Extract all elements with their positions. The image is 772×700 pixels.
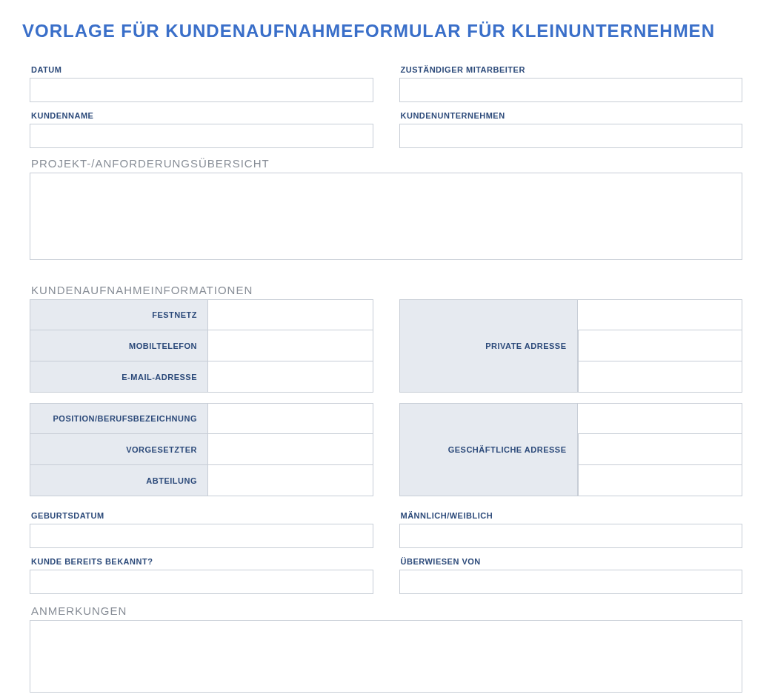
referred-input[interactable] bbox=[399, 570, 743, 594]
home-address-label: PRIVATE ADRESSE bbox=[399, 299, 578, 393]
row-clientname-company: KUNDENNAME KUNDENUNTERNEHMEN bbox=[30, 107, 742, 148]
returning-label: KUNDE BEREITS BEKANNT? bbox=[30, 553, 373, 570]
date-label: DATUM bbox=[30, 61, 373, 78]
referred-label: ÜBERWIESEN VON bbox=[399, 553, 743, 570]
business-address-line3-input[interactable] bbox=[579, 465, 742, 496]
table-row: GESCHÄFTLICHE ADRESSE bbox=[399, 403, 743, 434]
position-input[interactable] bbox=[208, 404, 372, 433]
role-left-table: POSITION/BERUFSBEZEICHNUNG VORGESETZTER … bbox=[30, 403, 373, 496]
intake-block-role: POSITION/BERUFSBEZEICHNUNG VORGESETZTER … bbox=[30, 403, 742, 496]
client-company-label: KUNDENUNTERNEHMEN bbox=[399, 107, 743, 124]
mobile-input[interactable] bbox=[208, 330, 372, 361]
form-wrap: DATUM ZUSTÄNDIGER MITARBEITER KUNDENNAME… bbox=[22, 61, 750, 696]
mobile-label: MOBILTELEFON bbox=[30, 330, 208, 361]
home-address-line3-input[interactable] bbox=[579, 361, 742, 392]
department-label: ABTEILUNG bbox=[30, 465, 208, 496]
gender-label: MÄNNLICH/WEIBLICH bbox=[399, 507, 743, 524]
row-dob-gender: GEBURTSDATUM MÄNNLICH/WEIBLICH bbox=[30, 507, 742, 548]
dob-input[interactable] bbox=[30, 524, 373, 548]
page-title: VORLAGE FÜR KUNDENAUFNAHMEFORMULAR FÜR K… bbox=[22, 21, 750, 41]
returning-input[interactable] bbox=[30, 570, 373, 594]
overview-textarea[interactable] bbox=[30, 173, 742, 260]
staff-input[interactable] bbox=[399, 78, 743, 102]
landline-input[interactable] bbox=[208, 300, 372, 330]
table-row: POSITION/BERUFSBEZEICHNUNG bbox=[30, 403, 373, 434]
department-input[interactable] bbox=[208, 465, 372, 496]
staff-label: ZUSTÄNDIGER MITARBEITER bbox=[399, 61, 743, 78]
intake-heading: KUNDENAUFNAHMEINFORMATIONEN bbox=[30, 279, 742, 299]
contact-left-table: FESTNETZ MOBILTELEFON E-MAIL-ADRESSE bbox=[30, 299, 373, 393]
contact-right-table: PRIVATE ADRESSE bbox=[399, 299, 743, 393]
role-right-table: GESCHÄFTLICHE ADRESSE bbox=[399, 403, 743, 496]
table-row: ABTEILUNG bbox=[30, 465, 373, 496]
email-label: E-MAIL-ADRESSE bbox=[30, 361, 208, 393]
table-row: FESTNETZ bbox=[30, 299, 373, 330]
home-address-line1-input[interactable] bbox=[578, 300, 742, 330]
client-company-input[interactable] bbox=[399, 124, 743, 148]
supervisor-label: VORGESETZTER bbox=[30, 434, 208, 465]
position-label: POSITION/BERUFSBEZEICHNUNG bbox=[30, 403, 208, 434]
row-returning-referred: KUNDE BEREITS BEKANNT? ÜBERWIESEN VON bbox=[30, 553, 742, 594]
business-address-line1-input[interactable] bbox=[578, 404, 742, 433]
overview-heading: PROJEKT-/ANFORDERUNGSÜBERSICHT bbox=[30, 153, 742, 173]
intake-block-contact: FESTNETZ MOBILTELEFON E-MAIL-ADRESSE PRI… bbox=[30, 299, 742, 393]
gender-input[interactable] bbox=[399, 524, 743, 548]
supervisor-input[interactable] bbox=[208, 434, 372, 464]
notes-heading: ANMERKUNGEN bbox=[30, 600, 742, 620]
email-input[interactable] bbox=[208, 361, 372, 392]
table-row: PRIVATE ADRESSE bbox=[399, 299, 743, 330]
date-input[interactable] bbox=[30, 78, 373, 102]
notes-textarea[interactable] bbox=[30, 620, 742, 693]
table-row: VORGESETZTER bbox=[30, 434, 373, 465]
table-row: MOBILTELEFON bbox=[30, 330, 373, 361]
landline-label: FESTNETZ bbox=[30, 299, 208, 330]
dob-label: GEBURTSDATUM bbox=[30, 507, 373, 524]
client-name-input[interactable] bbox=[30, 124, 373, 148]
home-address-line2-input[interactable] bbox=[579, 330, 742, 361]
row-date-staff: DATUM ZUSTÄNDIGER MITARBEITER bbox=[30, 61, 742, 102]
table-row: E-MAIL-ADRESSE bbox=[30, 361, 373, 393]
business-address-line2-input[interactable] bbox=[579, 434, 742, 464]
client-name-label: KUNDENNAME bbox=[30, 107, 373, 124]
business-address-label: GESCHÄFTLICHE ADRESSE bbox=[399, 403, 578, 496]
